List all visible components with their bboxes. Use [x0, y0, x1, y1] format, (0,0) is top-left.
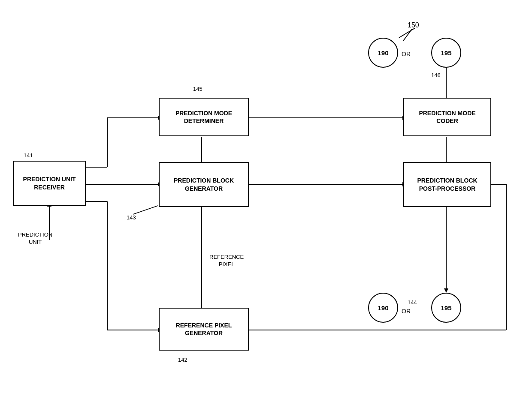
svg-line-31: [133, 206, 158, 214]
svg-marker-19: [444, 288, 448, 293]
label-144: 144: [408, 299, 417, 306]
svg-line-32: [399, 28, 415, 38]
label-143: 143: [127, 214, 136, 221]
reference-pixel-generator-box: REFERENCE PIXEL GENERATOR: [159, 308, 249, 351]
svg-line-22: [403, 29, 412, 41]
reference-pixel-label: REFERENCEPIXEL: [209, 254, 244, 268]
or-bottom-label: OR: [402, 308, 411, 315]
label-150: 150: [408, 21, 419, 29]
prediction-mode-determiner-box: PREDICTION MODE DETERMINER: [159, 98, 249, 136]
label-146: 146: [431, 72, 441, 78]
prediction-mode-coder-box: PREDICTION MODE CODER: [403, 98, 491, 136]
prediction-block-generator-box: PREDICTION BLOCK GENERATOR: [159, 162, 249, 207]
or-top-label: OR: [402, 51, 411, 57]
circle-195-top: 195: [431, 38, 461, 68]
diagram: PREDICTION UNIT RECEIVER PREDICTION MODE…: [0, 0, 532, 396]
circle-195-bottom: 195: [431, 293, 461, 323]
prediction-unit-label: PREDICTIONUNIT: [18, 231, 52, 246]
prediction-block-post-processor-box: PREDICTION BLOCK POST-PROCESSOR: [403, 162, 491, 207]
label-145: 145: [193, 86, 203, 92]
label-142: 142: [178, 357, 187, 363]
circle-190-bottom: 190: [368, 293, 398, 323]
label-141: 141: [24, 152, 33, 159]
prediction-unit-receiver-box: PREDICTION UNIT RECEIVER: [13, 161, 86, 206]
circle-190-top: 190: [368, 38, 398, 68]
